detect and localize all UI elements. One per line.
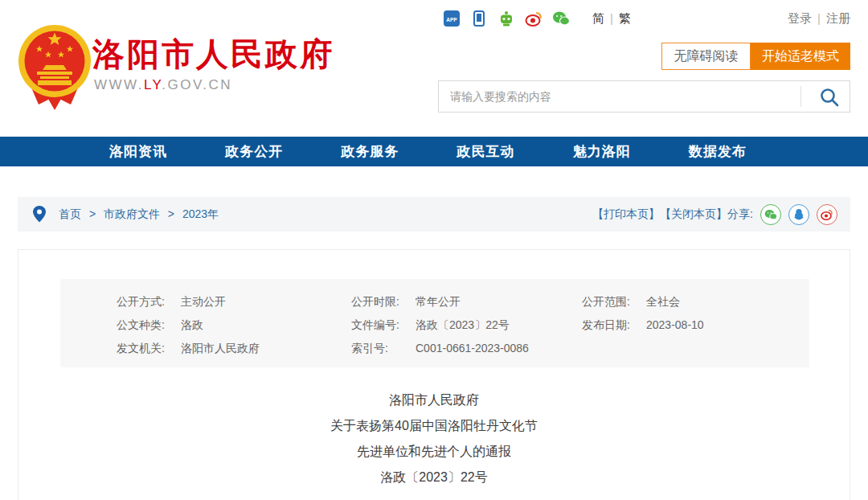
meta-publish-period: 公开时限:常年公开 — [351, 295, 582, 309]
meta-publish-date: 发布日期:2023-08-10 — [582, 318, 809, 333]
meta-empty-cell — [582, 342, 809, 356]
meta-issuing-agency: 发文机关:洛阳市人民政府 — [117, 342, 351, 356]
document-meta-table: 公开方式:主动公开 公开时限:常年公开 公开范围:全社会 公文种类:洛政 文件编… — [60, 279, 809, 367]
meta-index-number: 索引号:C001-0661-2023-0086 — [351, 342, 582, 356]
breadcrumb-separator: > — [168, 207, 174, 220]
elder-mode-button[interactable]: 开始适老模式 — [751, 43, 850, 70]
print-page-button[interactable]: 【打印本页】 — [592, 207, 660, 222]
main-nav: 洛阳资讯 政务公开 政务服务 政民互动 魅力洛阳 数据发布 — [0, 137, 868, 166]
weibo-share-icon[interactable] — [817, 204, 837, 225]
qq-share-icon[interactable] — [788, 204, 809, 225]
nav-item-gov-disclosure[interactable]: 政务公开 — [225, 137, 283, 166]
document-title-line-4: 洛政〔2023〕22号 — [18, 465, 850, 490]
share-label: 分享: — [727, 207, 753, 222]
breadcrumb-year-2023[interactable]: 2023年 — [182, 207, 219, 220]
national-emblem-logo[interactable] — [14, 21, 95, 111]
meta-publish-method: 公开方式:主动公开 — [117, 295, 351, 309]
breadcrumb-home[interactable]: 首页 — [59, 207, 81, 220]
accessibility-reading-button[interactable]: 无障碍阅读 — [661, 43, 751, 70]
meta-publish-scope: 公开范围:全社会 — [582, 295, 809, 309]
site-url: WWW.LY.GOV.CN — [94, 77, 232, 93]
robot-icon[interactable] — [497, 10, 515, 27]
document-title-line-2: 关于表扬第40届中国洛阳牡丹文化节 — [18, 413, 850, 439]
svg-text:APP: APP — [446, 17, 457, 23]
search-icon[interactable] — [819, 87, 840, 108]
login-link[interactable]: 登录 — [788, 11, 812, 25]
nav-item-charming-luoyang[interactable]: 魅力洛阳 — [573, 137, 631, 166]
lang-divider: | — [610, 11, 613, 25]
breadcrumb-separator: > — [89, 207, 96, 220]
meta-doc-number: 文件编号:洛政〔2023〕22号 — [351, 318, 582, 333]
page: 洛阳市人民政府 WWW.LY.GOV.CN APP 简|繁 登录|注册 — [0, 0, 868, 500]
weibo-icon[interactable] — [525, 10, 542, 27]
site-title[interactable]: 洛阳市人民政府 — [92, 32, 334, 76]
nav-item-public-interaction[interactable]: 政民互动 — [457, 137, 515, 166]
search-input[interactable] — [439, 81, 792, 112]
wechat-share-icon[interactable] — [760, 204, 781, 225]
nav-item-luoyang-news[interactable]: 洛阳资讯 — [109, 137, 167, 166]
close-page-button[interactable]: 【关闭本页】 — [660, 207, 727, 222]
lang-traditional[interactable]: 繁 — [619, 11, 631, 25]
location-pin-icon — [33, 206, 46, 223]
auth-links: 登录|注册 — [788, 11, 850, 27]
breadcrumb-bar: 首页 > 市政府文件 > 2023年 【打印本页】 【关闭本页】 分享: — [18, 197, 850, 232]
auth-divider: | — [817, 11, 821, 25]
lang-simplified[interactable]: 简 — [592, 11, 604, 25]
breadcrumb: 首页 > 市政府文件 > 2023年 — [59, 197, 219, 232]
search-divider — [800, 86, 801, 107]
app-download-icon[interactable]: APP — [443, 10, 461, 27]
search-box — [438, 80, 850, 113]
page-tools: 【打印本页】 【关闭本页】 分享: — [592, 197, 837, 232]
topbar: APP — [443, 10, 579, 27]
document-title: 洛阳市人民政府 关于表扬第40届中国洛阳牡丹文化节 先进单位和先进个人的通报 洛… — [18, 387, 850, 490]
language-switch: 简|繁 — [592, 11, 631, 27]
nav-item-gov-services[interactable]: 政务服务 — [341, 137, 399, 166]
document-card: 公开方式:主动公开 公开时限:常年公开 公开范围:全社会 公文种类:洛政 文件编… — [18, 249, 850, 500]
wechat-icon[interactable] — [552, 10, 570, 27]
mobile-icon[interactable] — [470, 10, 488, 27]
document-title-line-3: 先进单位和先进个人的通报 — [18, 439, 850, 465]
nav-item-data-release[interactable]: 数据发布 — [689, 137, 747, 166]
meta-doc-type: 公文种类:洛政 — [117, 318, 351, 333]
register-link[interactable]: 注册 — [826, 11, 850, 25]
breadcrumb-city-docs[interactable]: 市政府文件 — [104, 207, 160, 220]
document-title-line-1: 洛阳市人民政府 — [18, 387, 850, 413]
